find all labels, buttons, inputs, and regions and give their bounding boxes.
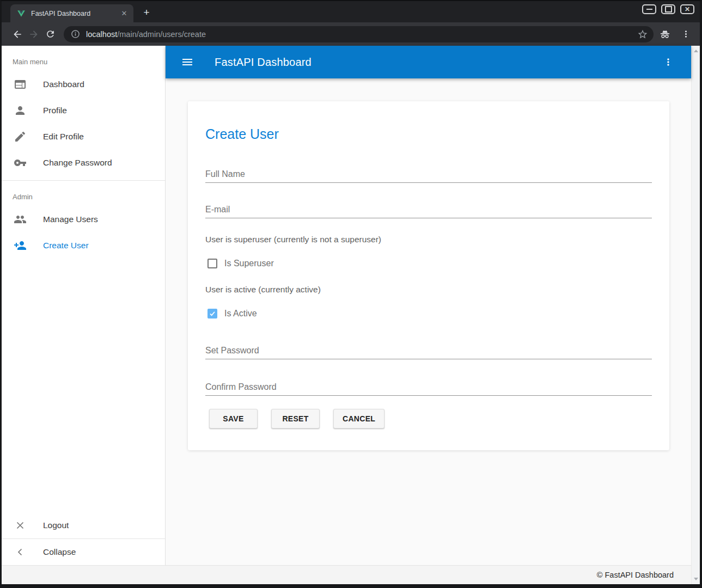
check-icon bbox=[209, 310, 216, 317]
form-actions: SAVE RESET CANCEL bbox=[209, 409, 652, 428]
confirm-password-field-wrap bbox=[205, 382, 652, 396]
tab-title: FastAPI Dashboard bbox=[31, 10, 119, 17]
full-name-input[interactable] bbox=[205, 169, 652, 179]
is-superuser-row: Is Superuser bbox=[207, 259, 652, 268]
scrollbar[interactable] bbox=[691, 46, 700, 584]
person-icon bbox=[14, 104, 27, 117]
people-icon bbox=[14, 213, 27, 226]
hamburger-icon bbox=[181, 56, 194, 69]
more-vert-icon bbox=[663, 57, 674, 68]
window-controls: ✕ bbox=[642, 4, 694, 14]
sidebar-item-label: Change Password bbox=[43, 158, 112, 168]
tab-close-icon[interactable]: ✕ bbox=[119, 9, 129, 19]
sidebar-item-change-password[interactable]: Change Password bbox=[2, 150, 165, 176]
toolbar-right bbox=[659, 28, 693, 40]
forward-arrow-icon bbox=[28, 29, 39, 40]
sidebar-item-label: Profile bbox=[43, 106, 67, 115]
site-info-icon[interactable] bbox=[71, 29, 80, 39]
app-bar: FastAPI Dashboard bbox=[166, 46, 691, 78]
full-name-field-wrap bbox=[205, 169, 652, 183]
minimize-button[interactable] bbox=[642, 4, 656, 14]
person-add-icon bbox=[14, 239, 27, 252]
url-path: /main/admin/users/create bbox=[117, 30, 206, 39]
set-password-input[interactable] bbox=[205, 346, 652, 356]
address-bar[interactable]: localhost/main/admin/users/create bbox=[64, 26, 654, 42]
scroll-up-arrow-icon[interactable] bbox=[694, 50, 698, 52]
sidebar-item-logout[interactable]: Logout bbox=[2, 512, 165, 538]
tab-strip: FastAPI Dashboard ✕ + ✕ bbox=[2, 1, 700, 22]
dashboard-icon bbox=[14, 78, 27, 91]
set-password-field-wrap bbox=[205, 346, 652, 359]
page-viewport: Main menu Dashboard Profile bbox=[2, 46, 700, 584]
reload-icon bbox=[45, 29, 56, 39]
logout-x-icon bbox=[14, 519, 27, 532]
sidebar-spacer bbox=[2, 259, 165, 512]
sidebar-item-label: Dashboard bbox=[43, 79, 84, 89]
reload-button[interactable] bbox=[42, 26, 58, 42]
pencil-icon bbox=[14, 130, 27, 143]
email-field-wrap bbox=[205, 205, 652, 218]
browser-window: FastAPI Dashboard ✕ + ✕ bbox=[0, 0, 702, 588]
is-superuser-label: Is Superuser bbox=[224, 259, 274, 268]
confirm-password-input[interactable] bbox=[205, 382, 652, 392]
cancel-button[interactable]: CANCEL bbox=[333, 409, 384, 428]
copyright-text: © FastAPI Dashboard bbox=[597, 571, 674, 579]
page-title: Create User bbox=[205, 126, 652, 142]
is-superuser-checkbox[interactable] bbox=[207, 259, 217, 268]
is-active-row: Is Active bbox=[207, 309, 652, 318]
sidebar-item-label: Collapse bbox=[43, 547, 76, 557]
sidebar-item-profile[interactable]: Profile bbox=[2, 97, 165, 124]
sidebar-item-dashboard[interactable]: Dashboard bbox=[2, 71, 165, 97]
browser-toolbar: localhost/main/admin/users/create bbox=[2, 22, 700, 46]
sidebar-item-manage-users[interactable]: Manage Users bbox=[2, 206, 165, 232]
reset-button[interactable]: RESET bbox=[271, 409, 320, 428]
maximize-button[interactable] bbox=[661, 4, 675, 14]
new-tab-button[interactable]: + bbox=[139, 5, 154, 20]
sidebar: Main menu Dashboard Profile bbox=[2, 46, 166, 565]
sidebar-item-label: Create User bbox=[43, 241, 89, 250]
sidebar-section-main-menu: Main menu bbox=[2, 46, 165, 71]
superuser-note: User is superuser (currently is not a su… bbox=[205, 235, 652, 244]
chevron-left-icon bbox=[14, 546, 27, 559]
sidebar-item-label: Logout bbox=[43, 520, 69, 530]
bookmark-star-icon[interactable] bbox=[637, 29, 648, 40]
hamburger-menu-button[interactable] bbox=[178, 52, 197, 72]
vue-favicon-icon bbox=[17, 9, 26, 18]
save-button[interactable]: SAVE bbox=[209, 409, 258, 428]
back-button[interactable] bbox=[9, 26, 26, 42]
browser-tab[interactable]: FastAPI Dashboard ✕ bbox=[10, 4, 133, 22]
sidebar-item-label: Manage Users bbox=[43, 215, 98, 224]
browser-menu-icon[interactable] bbox=[681, 29, 691, 39]
page-footer: © FastAPI Dashboard bbox=[2, 565, 691, 584]
email-input[interactable] bbox=[205, 205, 652, 215]
sidebar-item-collapse[interactable]: Collapse bbox=[2, 539, 165, 565]
url-text[interactable]: localhost/main/admin/users/create bbox=[86, 30, 637, 39]
content-area: Create User User is superuser (currently… bbox=[166, 78, 691, 565]
sidebar-item-label: Edit Profile bbox=[43, 132, 84, 142]
key-icon bbox=[14, 156, 27, 169]
active-note: User is active (currently active) bbox=[205, 285, 652, 295]
app-title: FastAPI Dashboard bbox=[215, 56, 312, 69]
incognito-icon bbox=[659, 28, 671, 40]
sidebar-item-create-user[interactable]: Create User bbox=[2, 232, 165, 259]
is-active-checkbox[interactable] bbox=[207, 309, 217, 318]
close-window-button[interactable]: ✕ bbox=[680, 4, 694, 14]
create-user-card: Create User User is superuser (currently… bbox=[188, 101, 669, 450]
back-arrow-icon bbox=[12, 29, 23, 40]
url-host: localhost bbox=[86, 30, 117, 39]
appbar-menu-button[interactable] bbox=[658, 52, 678, 72]
forward-button[interactable] bbox=[26, 26, 42, 42]
sidebar-item-edit-profile[interactable]: Edit Profile bbox=[2, 124, 165, 150]
scroll-down-arrow-icon[interactable] bbox=[694, 578, 698, 580]
is-active-label: Is Active bbox=[224, 309, 257, 318]
sidebar-section-admin: Admin bbox=[2, 181, 165, 206]
